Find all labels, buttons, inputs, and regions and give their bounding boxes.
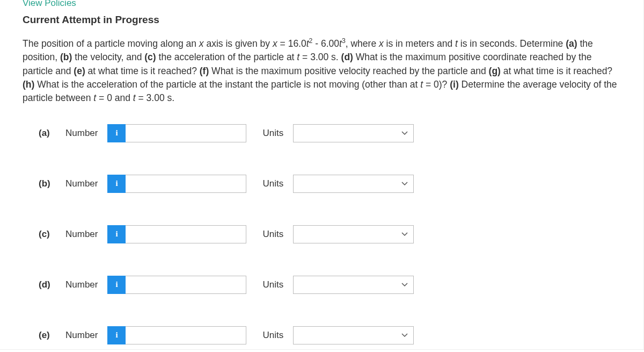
number-label: Number	[65, 128, 98, 139]
answer-row-d: (d) Number i Units	[23, 276, 621, 294]
units-select-e[interactable]	[293, 326, 414, 344]
number-input-a[interactable]	[126, 124, 246, 142]
attempt-header: Current Attempt in Progress	[23, 14, 621, 26]
part-label-b: (b)	[39, 178, 65, 189]
units-select-d[interactable]	[293, 276, 414, 294]
info-icon[interactable]: i	[107, 225, 126, 243]
units-label: Units	[262, 279, 283, 290]
part-label-c: (c)	[39, 229, 65, 240]
part-label-e: (e)	[39, 330, 65, 341]
question-prompt: The position of a particle moving along …	[23, 37, 621, 105]
view-policies-link[interactable]: View Policies	[23, 0, 621, 9]
number-label: Number	[65, 330, 98, 341]
info-icon[interactable]: i	[107, 175, 126, 193]
answer-row-b: (b) Number i Units	[23, 175, 621, 193]
number-input-c[interactable]	[126, 225, 246, 243]
info-icon[interactable]: i	[107, 326, 126, 344]
units-select-b[interactable]	[293, 175, 414, 193]
part-label-a: (a)	[39, 128, 65, 139]
number-label: Number	[65, 178, 98, 189]
number-label: Number	[65, 279, 98, 290]
units-label: Units	[262, 128, 283, 139]
units-label: Units	[262, 178, 283, 189]
info-icon[interactable]: i	[107, 124, 126, 142]
answer-row-c: (c) Number i Units	[23, 225, 621, 243]
units-label: Units	[262, 229, 283, 240]
part-label-d: (d)	[39, 279, 65, 290]
answer-row-a: (a) Number i Units	[23, 124, 621, 142]
number-input-b[interactable]	[126, 175, 246, 193]
question-container: View Policies Current Attempt in Progres…	[0, 0, 644, 350]
units-label: Units	[262, 330, 283, 341]
info-icon[interactable]: i	[107, 276, 126, 294]
number-label: Number	[65, 229, 98, 240]
answer-row-e: (e) Number i Units	[23, 326, 621, 344]
number-input-d[interactable]	[126, 276, 246, 294]
units-select-c[interactable]	[293, 225, 414, 243]
units-select-a[interactable]	[293, 124, 414, 142]
number-input-e[interactable]	[126, 326, 246, 344]
